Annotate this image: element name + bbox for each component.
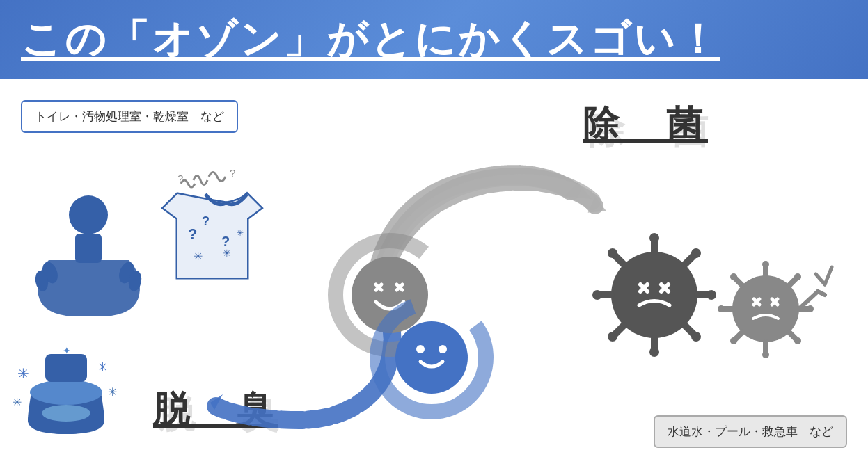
svg-text:✳: ✳: [17, 366, 29, 381]
main-content: トイレ・汚物処理室・乾燥室 など 水道水・プール・救急車 など 除 菌 除 菌 …: [0, 79, 868, 473]
svg-point-59: [69, 195, 108, 234]
svg-text:?: ?: [188, 225, 197, 243]
svg-point-47: [730, 273, 737, 280]
svg-text:✦: ✦: [63, 345, 71, 356]
svg-point-22: [649, 233, 659, 243]
svg-point-50: [794, 337, 801, 344]
svg-point-26: [608, 248, 617, 258]
svg-point-23: [649, 347, 659, 357]
svg-point-11: [416, 345, 425, 353]
svg-point-27: [691, 248, 701, 258]
svg-point-28: [608, 332, 617, 342]
svg-point-25: [707, 290, 716, 300]
svg-text:✳: ✳: [13, 396, 22, 408]
svg-text:✳: ✳: [223, 248, 231, 259]
svg-point-29: [691, 332, 701, 342]
svg-text:?: ?: [202, 214, 210, 228]
svg-text:✳: ✳: [194, 250, 203, 262]
svg-text:✳: ✳: [97, 360, 108, 374]
svg-text:?: ?: [177, 173, 183, 184]
svg-point-10: [395, 321, 468, 394]
page-title: この「オゾン」がとにかくスゴい！: [21, 13, 847, 67]
svg-point-12: [439, 345, 447, 353]
svg-text:✳: ✳: [237, 228, 244, 238]
svg-text:?: ?: [221, 234, 230, 249]
svg-point-49: [730, 337, 737, 344]
svg-rect-60: [75, 234, 102, 263]
svg-line-52: [818, 291, 825, 295]
svg-point-43: [762, 261, 769, 268]
svg-line-53: [816, 274, 825, 284]
svg-point-48: [794, 273, 801, 280]
svg-text:?: ?: [230, 167, 235, 179]
main-illustration: ? ? ? ✳ ✳ ✳ ? ? ✳ ✳ ✳ ✳ ✦: [0, 79, 868, 473]
svg-line-54: [825, 267, 832, 284]
svg-point-46: [807, 305, 814, 312]
svg-point-44: [762, 351, 769, 358]
svg-rect-75: [45, 354, 87, 382]
header-banner: この「オゾン」がとにかくスゴい！: [0, 0, 868, 79]
svg-point-24: [592, 290, 602, 300]
svg-point-81: [42, 405, 90, 422]
svg-point-45: [718, 305, 725, 312]
svg-point-74: [30, 380, 102, 405]
svg-text:✳: ✳: [108, 386, 117, 398]
